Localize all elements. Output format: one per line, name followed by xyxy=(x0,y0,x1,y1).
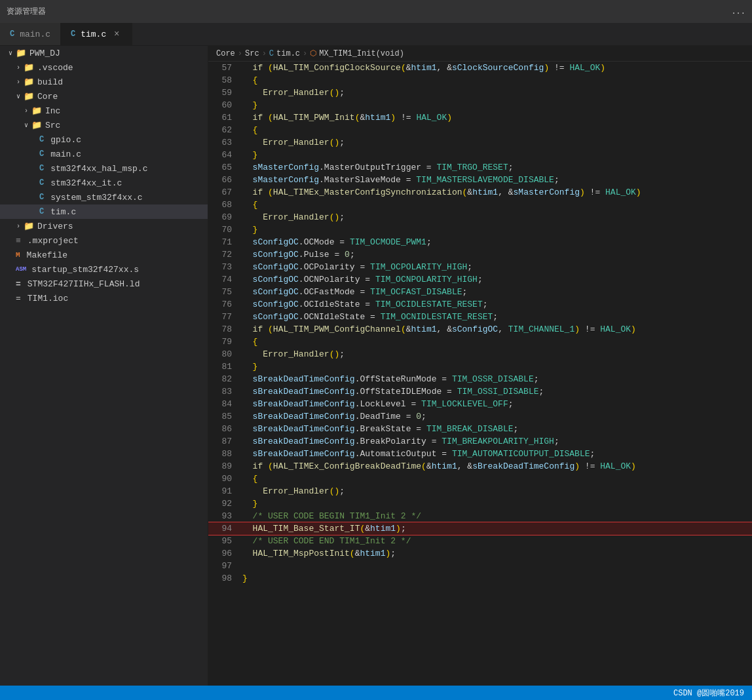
line-number: 94 xyxy=(208,522,242,535)
line-number: 89 xyxy=(208,460,242,473)
folder-icon-inc: 📁 xyxy=(31,106,42,116)
tab-icon-tim-c: C xyxy=(71,29,75,39)
line-content: sConfigOC.OCMode = TIM_OCMODE_PWM1; xyxy=(242,236,752,248)
line-number: 63 xyxy=(208,136,242,149)
code-line-81[interactable]: 81 } xyxy=(208,360,752,373)
code-line-90[interactable]: 90 { xyxy=(208,473,752,485)
sidebar-item-gpio-c[interactable]: C gpio.c xyxy=(0,132,208,147)
code-line-73[interactable]: 73 sConfigOC.OCPolarity = TIM_OCPOLARITY… xyxy=(208,261,752,273)
line-content: } xyxy=(242,360,752,373)
line-content: sConfigOC.OCPolarity = TIM_OCPOLARITY_HI… xyxy=(242,261,752,273)
code-line-79[interactable]: 79 { xyxy=(208,336,752,348)
sidebar-item-build[interactable]: › 📁 build xyxy=(0,75,208,89)
sidebar-label-stm32f4xx-hal-msp: stm32f4xx_hal_msp.c xyxy=(50,164,147,174)
sidebar-item-makefile[interactable]: M Makefile xyxy=(0,248,208,262)
sidebar-item-core[interactable]: ∨ 📁 Core xyxy=(0,89,208,104)
code-line-98[interactable]: 98} xyxy=(208,572,752,585)
sidebar-item-src[interactable]: ∨ 📁 Src xyxy=(0,118,208,132)
code-line-69[interactable]: 69 Error_Handler(); xyxy=(208,211,752,224)
code-line-86[interactable]: 86 sBreakDeadTimeConfig.BreakState = TIM… xyxy=(208,423,752,435)
breadcrumb-src[interactable]: Src xyxy=(245,49,259,58)
code-line-75[interactable]: 75 sConfigOC.OCFastMode = TIM_OCFAST_DIS… xyxy=(208,286,752,298)
code-line-66[interactable]: 66 sMasterConfig.MasterSlaveMode = TIM_M… xyxy=(208,174,752,186)
code-line-62[interactable]: 62 { xyxy=(208,124,752,136)
code-line-85[interactable]: 85 sBreakDeadTimeConfig.DeadTime = 0; xyxy=(208,410,752,423)
code-line-96[interactable]: 96 HAL_TIM_MspPostInit(&htim1); xyxy=(208,547,752,560)
code-line-72[interactable]: 72 sConfigOC.Pulse = 0; xyxy=(208,248,752,261)
code-line-78[interactable]: 78 if (HAL_TIM_PWM_ConfigChannel(&htim1,… xyxy=(208,323,752,336)
code-line-57[interactable]: 57 if (HAL_TIM_ConfigClockSource(&htim1,… xyxy=(208,62,752,74)
line-number: 83 xyxy=(208,385,242,398)
c-icon-gpio: C xyxy=(39,135,44,144)
code-line-87[interactable]: 87 sBreakDeadTimeConfig.BreakPolarity = … xyxy=(208,435,752,448)
sidebar-item-stm32f4xx-it[interactable]: C stm32f4xx_it.c xyxy=(0,176,208,190)
code-line-67[interactable]: 67 if (HAL_TIMEx_MasterConfigSynchroniza… xyxy=(208,186,752,199)
sidebar-label-tim-c: tim.c xyxy=(50,207,76,217)
code-line-59[interactable]: 59 Error_Handler(); xyxy=(208,87,752,99)
breadcrumb-func[interactable]: MX_TIM1_Init(void) xyxy=(319,49,404,58)
sidebar-item-system-stm32f4xx[interactable]: C system_stm32f4xx.c xyxy=(0,190,208,204)
line-content: sConfigOC.OCNPolarity = TIM_OCNPOLARITY_… xyxy=(242,273,752,286)
sidebar-item-inc[interactable]: › 📁 Inc xyxy=(0,104,208,118)
code-line-83[interactable]: 83 sBreakDeadTimeConfig.OffStateIDLEMode… xyxy=(208,385,752,398)
c-icon-it: C xyxy=(39,178,44,187)
line-number: 92 xyxy=(208,497,242,510)
sidebar-label-main-c: main.c xyxy=(50,149,81,159)
line-content: Error_Handler(); xyxy=(242,87,752,99)
sidebar-label-system-stm32f4xx: system_stm32f4xx.c xyxy=(50,193,142,203)
code-line-77[interactable]: 77 sConfigOC.OCNIdleState = TIM_OCNIDLES… xyxy=(208,311,752,323)
code-line-91[interactable]: 91 Error_Handler(); xyxy=(208,485,752,497)
code-line-94[interactable]: 94 HAL_TIM_Base_Start_IT(&htim1); xyxy=(208,522,752,535)
code-line-88[interactable]: 88 sBreakDeadTimeConfig.AutomaticOutput … xyxy=(208,448,752,460)
sidebar-item-main-c[interactable]: C main.c xyxy=(0,147,208,161)
code-line-92[interactable]: 92 } xyxy=(208,497,752,510)
sidebar-item-startup[interactable]: ASM startup_stm32f427xx.s xyxy=(0,262,208,277)
line-content: /* USER CODE BEGIN TIM1_Init 2 */ xyxy=(242,510,752,522)
line-number: 67 xyxy=(208,186,242,199)
breadcrumb-tim-c[interactable]: tim.c xyxy=(276,49,300,58)
line-content: if (HAL_TIM_PWM_ConfigChannel(&htim1, &s… xyxy=(242,323,752,336)
line-content: } xyxy=(242,149,752,161)
sidebar-item-mxproject[interactable]: ≡ .mxproject xyxy=(0,233,208,248)
line-number: 62 xyxy=(208,124,242,136)
code-line-82[interactable]: 82 sBreakDeadTimeConfig.OffStateRunMode … xyxy=(208,373,752,385)
code-line-95[interactable]: 95 /* USER CODE END TIM1_Init 2 */ xyxy=(208,535,752,547)
code-line-76[interactable]: 76 sConfigOC.OCIdleState = TIM_OCIDLESTA… xyxy=(208,298,752,311)
code-line-58[interactable]: 58 { xyxy=(208,74,752,87)
code-line-60[interactable]: 60 } xyxy=(208,99,752,111)
sidebar-item-drivers[interactable]: › 📁 Drivers xyxy=(0,219,208,233)
sidebar-item-tim-c[interactable]: C tim.c xyxy=(0,204,208,219)
sidebar-item-pwm-dj[interactable]: ∨ 📁 PWM_DJ xyxy=(0,46,208,60)
c-icon-tim: C xyxy=(39,207,44,216)
code-line-84[interactable]: 84 sBreakDeadTimeConfig.LockLevel = TIM_… xyxy=(208,398,752,410)
breadcrumb-core[interactable]: Core xyxy=(216,49,235,58)
code-line-74[interactable]: 74 sConfigOC.OCNPolarity = TIM_OCNPOLARI… xyxy=(208,273,752,286)
code-line-61[interactable]: 61 if (HAL_TIM_PWM_Init(&htim1) != HAL_O… xyxy=(208,111,752,124)
sidebar-item-vscode[interactable]: › 📁 .vscode xyxy=(0,60,208,75)
sidebar-item-stm32f4xx-hal-msp[interactable]: C stm32f4xx_hal_msp.c xyxy=(0,161,208,176)
code-line-89[interactable]: 89 if (HAL_TIMEx_ConfigBreakDeadTime(&ht… xyxy=(208,460,752,473)
code-line-71[interactable]: 71 sConfigOC.OCMode = TIM_OCMODE_PWM1; xyxy=(208,236,752,248)
code-line-80[interactable]: 80 Error_Handler(); xyxy=(208,348,752,360)
folder-icon-drivers: 📁 xyxy=(24,221,34,231)
sidebar-label-gpio-c: gpio.c xyxy=(50,135,81,145)
sidebar-item-flash-ld[interactable]: = STM32F427IIHx_FLASH.ld xyxy=(0,277,208,291)
code-line-70[interactable]: 70 } xyxy=(208,224,752,236)
code-line-93[interactable]: 93 /* USER CODE BEGIN TIM1_Init 2 */ xyxy=(208,510,752,522)
sidebar-item-tim1-ioc[interactable]: = TIM1.ioc xyxy=(0,291,208,305)
code-line-65[interactable]: 65 sMasterConfig.MasterOutputTrigger = T… xyxy=(208,161,752,174)
sidebar-label-core: Core xyxy=(37,92,58,102)
line-content: if (HAL_TIMEx_ConfigBreakDeadTime(&htim1… xyxy=(242,460,752,473)
line-number: 97 xyxy=(208,560,242,572)
asm-icon-startup: ASM xyxy=(16,266,26,273)
code-line-63[interactable]: 63 Error_Handler(); xyxy=(208,136,752,149)
code-line-97[interactable]: 97 xyxy=(208,560,752,572)
tab-tim-c[interactable]: C tim.c × xyxy=(61,23,132,45)
tab-close-tim-c[interactable]: × xyxy=(111,29,122,39)
arrow-pwm-dj: ∨ xyxy=(5,49,16,57)
line-number: 79 xyxy=(208,336,242,348)
code-line-64[interactable]: 64 } xyxy=(208,149,752,161)
tab-main-c[interactable]: C main.c xyxy=(0,23,61,45)
code-line-68[interactable]: 68 { xyxy=(208,199,752,211)
code-editor[interactable]: 57 if (HAL_TIM_ConfigClockSource(&htim1,… xyxy=(208,62,752,686)
